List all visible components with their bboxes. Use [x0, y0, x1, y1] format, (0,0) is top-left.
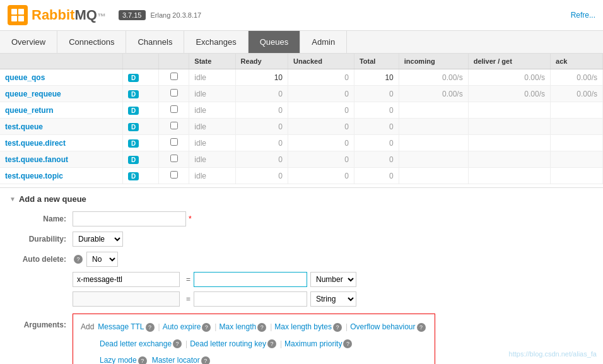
col-name	[0, 54, 122, 69]
queue-check-cell[interactable]	[158, 69, 189, 86]
durability-label: Durability:	[9, 235, 66, 244]
queue-type-cell: D	[122, 86, 158, 102]
suggestion-auto-expire[interactable]: Auto expire	[163, 320, 201, 334]
queue-deliver-cell	[468, 135, 550, 151]
queue-ready-cell: 0	[235, 135, 288, 151]
nav-admin[interactable]: Admin	[300, 31, 347, 53]
queue-ack-cell: 0.00/s	[551, 69, 603, 86]
name-input[interactable]	[73, 211, 186, 226]
queue-name-cell[interactable]: test.queue.fanout	[0, 151, 122, 168]
queue-name-cell[interactable]: queue_return	[0, 102, 122, 119]
col-deliver: deliver / get	[468, 54, 550, 69]
suggestion-dead-letter-exchange[interactable]: Dead letter exchange	[100, 338, 172, 351]
queue-check-cell[interactable]	[158, 135, 189, 151]
queue-incoming-cell	[399, 151, 468, 168]
table-row: test.queueDidle000	[0, 119, 603, 135]
col-unacked: Unacked	[288, 54, 354, 69]
queue-incoming-cell	[399, 135, 468, 151]
suggestion-overflow-behaviour[interactable]: Overflow behaviour	[350, 320, 415, 334]
auto-expire-help-icon[interactable]: ?	[202, 323, 211, 332]
table-row: queue_returnDidle000	[0, 102, 603, 119]
sep2: |	[214, 320, 216, 334]
suggestion-max-length[interactable]: Max length	[219, 320, 256, 334]
queue-check-cell[interactable]	[158, 119, 189, 135]
queue-unacked-cell: 0	[288, 151, 354, 168]
suggestion-master-locator[interactable]: Master locator	[152, 354, 200, 364]
nav-overview[interactable]: Overview	[0, 31, 57, 53]
overflow-help-icon[interactable]: ?	[417, 323, 426, 332]
refresh-link[interactable]: Refre...	[571, 11, 595, 20]
queue-ack-cell	[551, 102, 603, 119]
max-length-bytes-help-icon[interactable]: ?	[333, 323, 342, 332]
queue-type-cell: D	[122, 102, 158, 119]
nav-queues[interactable]: Queues	[249, 31, 301, 53]
col-ack: ack	[551, 54, 603, 69]
add-queue-section: ▼ Add a new queue Name: * Durability: Du…	[0, 187, 603, 364]
arg-key-2-input[interactable]	[73, 291, 180, 307]
suggestion-dead-letter-routing-key[interactable]: Dead letter routing key	[190, 338, 266, 351]
queue-check-cell[interactable]	[158, 86, 189, 102]
queue-ack-cell	[551, 119, 603, 135]
svg-rect-0	[11, 9, 17, 15]
queue-unacked-cell: 0	[288, 135, 354, 151]
col-total: Total	[354, 54, 399, 69]
queue-ready-cell: 0	[235, 151, 288, 168]
nav-channels[interactable]: Channels	[126, 31, 184, 53]
message-ttl-help-icon[interactable]: ?	[146, 323, 155, 332]
suggestions-row-3: Lazy mode ? Master locator ?	[81, 354, 427, 364]
auto-delete-help-icon[interactable]: ?	[74, 255, 83, 264]
queue-ack-cell	[551, 168, 603, 184]
max-length-help-icon[interactable]: ?	[257, 323, 266, 332]
master-locator-help-icon[interactable]: ?	[201, 356, 210, 364]
queue-type-cell: D	[122, 151, 158, 168]
table-row: test.queue.fanoutDidle000	[0, 151, 603, 168]
arg-type-select[interactable]: Number String	[310, 272, 356, 287]
suggestion-lazy-mode[interactable]: Lazy mode	[100, 354, 137, 364]
queue-name-cell[interactable]: queue_qos	[0, 69, 122, 86]
suggestion-max-length-bytes[interactable]: Max length bytes	[274, 320, 332, 334]
maximum-priority-help-icon[interactable]: ?	[343, 339, 352, 348]
table-row: queue_qosDidle100100.00/s0.00/s0.00/s	[0, 69, 603, 86]
queue-check-cell[interactable]	[158, 168, 189, 184]
section-toggle[interactable]: ▼ Add a new queue	[9, 194, 594, 204]
queue-check-cell[interactable]	[158, 102, 189, 119]
queue-name-cell[interactable]: test.queue.topic	[0, 168, 122, 184]
arg-type-2-select[interactable]: String Number	[310, 291, 356, 307]
table-row: test.queue.directDidle000	[0, 135, 603, 151]
lazy-mode-help-icon[interactable]: ?	[138, 356, 147, 364]
queue-unacked-cell: 0	[288, 168, 354, 184]
auto-delete-select[interactable]: No Yes	[86, 252, 118, 267]
suggestion-maximum-priority[interactable]: Maximum priority	[284, 338, 342, 351]
arg-key-input[interactable]	[73, 272, 180, 287]
queue-ready-cell: 10	[235, 69, 288, 86]
durability-select[interactable]: Durable Transient	[73, 232, 123, 247]
queue-incoming-cell	[399, 168, 468, 184]
arg-val-input[interactable]	[194, 272, 307, 287]
sep4: |	[346, 320, 348, 334]
arg-val-2-input[interactable]	[194, 291, 307, 307]
col-type	[122, 54, 158, 69]
queue-state-cell: idle	[189, 102, 235, 119]
logo-icon	[8, 5, 28, 25]
queue-incoming-cell	[399, 119, 468, 135]
suggestion-message-ttl[interactable]: Message TTL	[98, 320, 144, 334]
main-nav: Overview Connections Channels Exchanges …	[0, 31, 603, 54]
queue-unacked-cell: 0	[288, 69, 354, 86]
queue-name-cell[interactable]: test.queue	[0, 119, 122, 135]
queue-ack-cell	[551, 135, 603, 151]
nav-exchanges[interactable]: Exchanges	[184, 31, 248, 53]
erlang-version: Erlang 20.3.8.17	[151, 11, 202, 19]
queue-table: State Ready Unacked Total incoming deliv…	[0, 54, 603, 184]
nav-connections[interactable]: Connections	[57, 31, 126, 53]
queue-state-cell: idle	[189, 151, 235, 168]
queue-type-cell: D	[122, 69, 158, 86]
dead-letter-routing-key-help-icon[interactable]: ?	[267, 339, 276, 348]
queue-ready-cell: 0	[235, 102, 288, 119]
queue-check-cell[interactable]	[158, 151, 189, 168]
arguments-row: Arguments: = Number String = Stri	[9, 272, 594, 364]
arg-equals-2: =	[186, 295, 190, 303]
queue-state-cell: idle	[189, 135, 235, 151]
queue-name-cell[interactable]: queue_requeue	[0, 86, 122, 102]
dead-letter-exchange-help-icon[interactable]: ?	[173, 339, 182, 348]
queue-name-cell[interactable]: test.queue.direct	[0, 135, 122, 151]
